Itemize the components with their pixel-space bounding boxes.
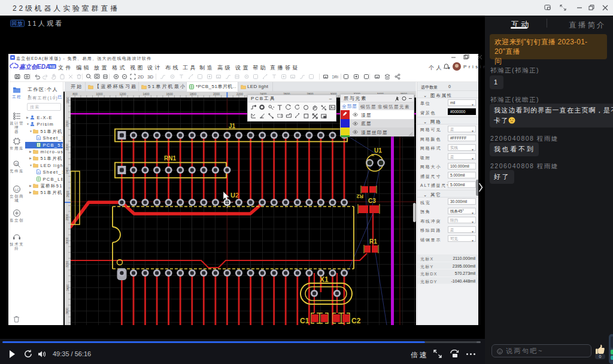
svg-text:1000: 1000 (96, 92, 102, 96)
svg-text:3400: 3400 (66, 284, 69, 291)
svg-text:2000: 2000 (66, 120, 69, 127)
svg-text:2200: 2200 (236, 92, 243, 96)
svg-text:U1: U1 (374, 147, 382, 154)
svg-text:1200: 1200 (119, 92, 126, 96)
svg-text:3000: 3000 (66, 237, 69, 244)
svg-text:2400: 2400 (66, 167, 69, 174)
svg-text:1600: 1600 (166, 92, 173, 96)
svg-text:2200: 2200 (66, 144, 69, 150)
svg-text:1800: 1800 (190, 92, 196, 96)
svg-text:X1: X1 (320, 275, 329, 284)
svg-text:C3: C3 (368, 198, 376, 204)
svg-text:3D: 3D (147, 74, 153, 80)
svg-text:3600: 3600 (66, 308, 69, 314)
svg-text:2000: 2000 (213, 92, 220, 96)
svg-text:RN1: RN1 (164, 155, 176, 162)
svg-text:J1: J1 (229, 123, 236, 129)
svg-text:DRC: DRC (332, 75, 338, 79)
svg-text:U2: U2 (230, 192, 239, 199)
svg-text:1400: 1400 (143, 92, 150, 96)
svg-text:Q: Q (15, 162, 18, 166)
svg-text:R2: R2 (356, 193, 363, 199)
svg-text:C2: C2 (351, 317, 361, 325)
svg-text:LC: LC (15, 188, 20, 192)
svg-text:800: 800 (72, 92, 78, 96)
svg-text:1800: 1800 (66, 97, 69, 104)
svg-text:2600: 2600 (66, 190, 69, 197)
svg-text:R1: R1 (369, 238, 377, 245)
svg-text:3200: 3200 (66, 260, 69, 267)
svg-text:C1: C1 (300, 317, 309, 325)
svg-text:2D: 2D (138, 74, 144, 80)
svg-text:2800: 2800 (66, 214, 69, 220)
